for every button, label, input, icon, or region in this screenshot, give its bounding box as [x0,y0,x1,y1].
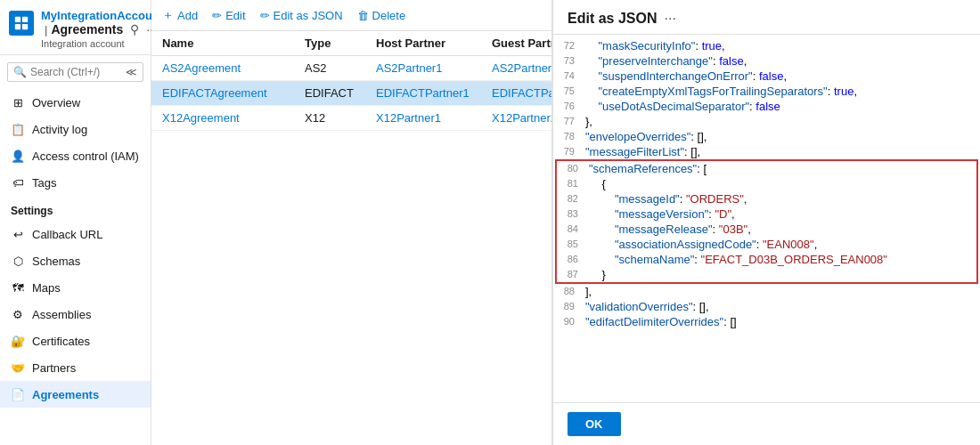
svg-rect-2 [15,24,20,29]
edit-json-button[interactable]: ✏ Edit as JSON [260,9,343,22]
json-line: 78 "envelopeOverrides": [], [553,129,980,144]
edit-json-label: Edit as JSON [274,9,343,22]
search-input[interactable] [30,66,120,78]
callback-icon: ↩ [11,227,25,241]
line-content: "suspendInterchangeOnError": false, [582,69,980,83]
delete-button[interactable]: 🗑 Delete [357,9,406,22]
json-line: 83 "messageVersion": "D", [557,206,976,222]
row-guest: EDIFACTPartner2 [492,86,552,100]
line-content: "preserveInterchange": false, [582,54,980,68]
pin-button[interactable]: ⚲ [130,22,139,36]
nav-tags[interactable]: 🏷 Tags [0,169,151,196]
col-host: Host Partner [376,36,492,50]
partners-icon: 🤝 [11,360,25,375]
line-number: 76 [553,100,582,111]
line-number: 82 [557,192,585,204]
json-line: 82 "messageId": "ORDERS", [557,191,976,206]
edit-icon: ✏ [212,9,222,22]
json-line: 81 { [557,176,976,191]
edit-label: Edit [225,9,245,22]
row-host: EDIFACTPartner1 [376,86,492,100]
line-number: 88 [553,285,582,296]
nav-schemas-label: Schemas [32,255,80,268]
line-number: 75 [553,85,582,96]
row-name: AS2Agreement [162,61,305,75]
line-number: 84 [557,222,585,234]
nav-certificates[interactable]: 🔐 Certificates [0,328,151,354]
nav-schemas[interactable]: ⬡ Schemas [0,247,151,274]
edit-json-icon: ✏ [260,9,270,22]
add-button[interactable]: ＋ Add [162,7,198,23]
col-guest: Guest Partner [492,36,552,50]
nav-certificates-label: Certificates [32,335,90,348]
schemas-icon: ⬡ [11,254,25,268]
nav-maps-label: Maps [32,281,61,295]
nav-overview[interactable]: ⊞ Overview [0,89,151,116]
collapse-icon[interactable]: ≪ [126,66,137,78]
settings-section-label: Settings [0,196,151,221]
json-more-button[interactable]: ··· [664,11,675,27]
line-content: } [585,268,976,281]
line-content: }, [582,115,980,128]
line-content: "messageId": "ORDERS", [585,192,976,206]
nav-maps[interactable]: 🗺 Maps [0,274,151,301]
table-row[interactable]: EDIFACTAgreement EDIFACT EDIFACTPartner1… [151,81,551,106]
nav-callback-url[interactable]: ↩ Callback URL [0,221,151,247]
search-icon: 🔍 [13,66,27,78]
json-line: 79 "messageFilterList": [], [553,144,980,159]
line-number: 78 [553,130,582,142]
row-guest: AS2Partner2 [492,61,552,75]
row-type: AS2 [305,61,376,75]
line-content: "messageFilterList": [], [582,145,980,158]
line-number: 81 [557,177,585,189]
nav-agreements[interactable]: 📄 Agreements [0,381,151,408]
row-type: EDIFACT [305,86,376,100]
search-box[interactable]: 🔍 ≪ [7,62,143,82]
line-content: "maskSecurityInfo": true, [582,39,980,53]
add-icon: ＋ [162,7,174,23]
account-name: MyIntegrationAccount [41,9,163,22]
access-icon: 👤 [11,149,25,163]
integration-account-icon [13,15,29,31]
line-number: 72 [553,39,582,51]
row-name: EDIFACTAgreement [162,86,305,100]
json-line: 87 } [557,267,976,282]
nav-overview-label: Overview [32,96,80,109]
nav-partners-label: Partners [32,361,76,375]
nav-partners[interactable]: 🤝 Partners [0,354,151,381]
table-row[interactable]: AS2Agreement AS2 AS2Partner1 AS2Partner2 [151,56,551,81]
tags-icon: 🏷 [11,175,25,190]
line-number: 90 [553,315,582,327]
json-line: 84 "messageRelease": "03B", [557,222,976,237]
json-line: 80 "schemaReferences": [ [557,161,976,176]
line-number: 74 [553,69,582,81]
line-number: 73 [553,54,582,66]
json-line: 89 "validationOverrides": [], [553,299,980,314]
col-name: Name [162,36,305,50]
json-line: 86 "schemaName": "EFACT_D03B_ORDERS_EAN0… [557,252,976,267]
nav-access-label: Access control (IAM) [32,150,139,163]
row-guest: X12Partner2 [492,111,552,125]
json-line: 74 "suspendInterchangeOnError": false, [553,69,980,84]
json-body[interactable]: 72 "maskSecurityInfo": true, 73 "preserv… [553,35,980,402]
nav-assemblies-label: Assemblies [32,308,91,321]
assemblies-icon: ⚙ [11,307,25,321]
edit-button[interactable]: ✏ Edit [212,9,245,22]
agreements-icon: 📄 [11,387,25,401]
maps-icon: 🗺 [11,280,25,295]
add-label: Add [177,9,198,22]
table-row[interactable]: X12Agreement X12 X12Partner1 X12Partner2 [151,106,551,131]
ok-button[interactable]: OK [568,412,621,436]
nav-access-control[interactable]: 👤 Access control (IAM) [0,142,151,169]
certificates-icon: 🔐 [11,334,25,348]
svg-rect-1 [22,17,28,22]
line-number: 79 [553,145,582,157]
line-content: "envelopeOverrides": [], [582,130,980,143]
nav-agreements-label: Agreements [32,388,99,401]
activity-icon: 📋 [11,122,25,136]
nav-assemblies[interactable]: ⚙ Assemblies [0,301,151,328]
json-line: 88 ], [553,284,980,299]
line-content: "schemaName": "EFACT_D03B_ORDERS_EAN008" [585,253,976,266]
delete-icon: 🗑 [357,9,369,22]
nav-activity-log[interactable]: 📋 Activity log [0,116,151,142]
